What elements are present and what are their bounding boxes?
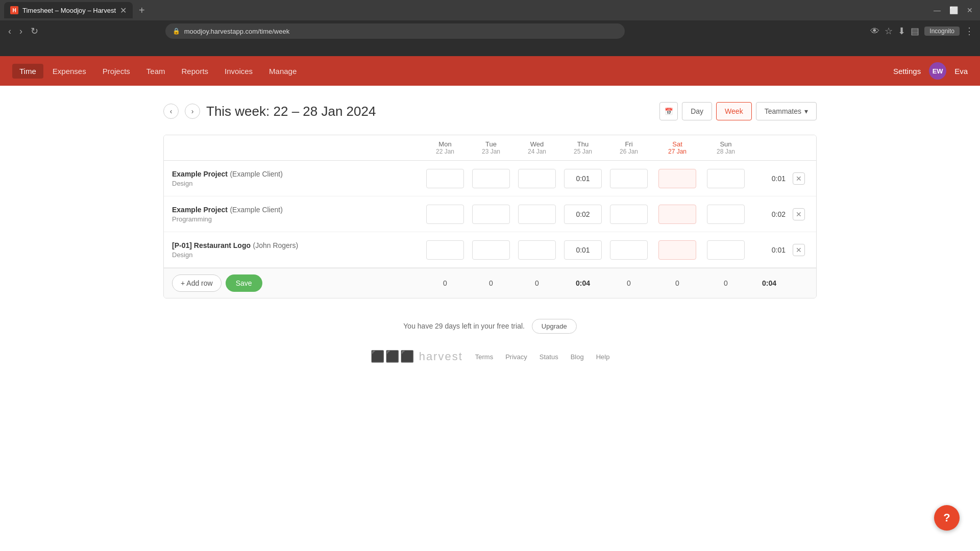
nav-item-reports[interactable]: Reports: [175, 64, 216, 79]
total-wed: 0: [514, 279, 560, 287]
footer-link-terms[interactable]: Terms: [475, 353, 493, 361]
actions-column-header: [790, 140, 808, 155]
time-input-row3-sun[interactable]: [707, 240, 745, 260]
delete-row-3-button[interactable]: ✕: [793, 244, 805, 256]
time-input-row1-tue[interactable]: [472, 169, 510, 188]
day-header-wed: Wed 24 Jan: [514, 140, 560, 155]
settings-link[interactable]: Settings: [893, 67, 921, 76]
time-input-row3-fri[interactable]: [610, 240, 648, 260]
star-icon[interactable]: ☆: [885, 26, 893, 37]
day-header-thu: Thu 25 Jan: [560, 140, 606, 155]
harvest-logo: ⬛⬛⬛ harvest: [371, 350, 463, 363]
time-input-row1-fri[interactable]: [610, 169, 648, 188]
footer-link-privacy[interactable]: Privacy: [505, 353, 527, 361]
time-input-row2-sat[interactable]: [658, 205, 696, 224]
footer-link-blog[interactable]: Blog: [571, 353, 584, 361]
trial-text: You have 29 days left in your free trial…: [403, 322, 525, 330]
row-1-thu: [560, 169, 606, 188]
teammates-button[interactable]: Teammates ▾: [756, 102, 817, 120]
footer-link-status[interactable]: Status: [540, 353, 558, 361]
close-window-button[interactable]: ✕: [964, 4, 976, 16]
forward-button[interactable]: ›: [17, 24, 24, 39]
nav-item-invoices[interactable]: Invoices: [217, 64, 260, 79]
time-input-row2-wed[interactable]: [518, 205, 556, 224]
eye-slash-icon[interactable]: 👁: [870, 26, 879, 37]
day-date-sun: 28 Jan: [703, 148, 749, 155]
grand-total: 0:04: [749, 279, 790, 287]
total-mon: 0: [422, 279, 468, 287]
user-name[interactable]: Eva: [954, 67, 968, 76]
sidebar-icon[interactable]: ▤: [911, 26, 919, 37]
download-icon[interactable]: ⬇: [898, 26, 905, 37]
time-input-row1-sat[interactable]: [658, 169, 696, 188]
row-2-thu: [560, 205, 606, 224]
time-input-row3-mon[interactable]: [426, 240, 464, 260]
week-view-button[interactable]: Week: [716, 102, 752, 120]
time-input-row2-mon[interactable]: [426, 205, 464, 224]
day-view-button[interactable]: Day: [682, 102, 712, 120]
new-tab-button[interactable]: +: [135, 5, 149, 16]
browser-tab-bar: H Timesheet – Moodjoy – Harvest ✕ + — ⬜ …: [0, 0, 980, 20]
day-date-thu: 25 Jan: [560, 148, 606, 155]
total-sat: 0: [652, 279, 703, 287]
delete-row-2-button[interactable]: ✕: [793, 208, 805, 220]
day-date-wed: 24 Jan: [514, 148, 560, 155]
address-bar[interactable]: 🔒 moodjoy.harvestapp.com/time/week: [165, 23, 625, 39]
prev-week-button[interactable]: ‹: [163, 104, 179, 119]
next-week-button[interactable]: ›: [185, 104, 200, 119]
time-input-row1-thu[interactable]: [564, 169, 602, 188]
refresh-button[interactable]: ↻: [29, 23, 40, 39]
nav-item-projects[interactable]: Projects: [95, 64, 137, 79]
browser-tab-active[interactable]: H Timesheet – Moodjoy – Harvest ✕: [4, 2, 133, 18]
row-1-tue: [468, 169, 514, 188]
tab-close-button[interactable]: ✕: [120, 6, 127, 15]
row-3-wed: [514, 240, 560, 260]
footer: ⬛⬛⬛ harvest Terms Privacy Status Blog He…: [163, 342, 817, 384]
time-input-row1-wed[interactable]: [518, 169, 556, 188]
nav-item-manage[interactable]: Manage: [262, 64, 304, 79]
time-input-row3-tue[interactable]: [472, 240, 510, 260]
day-name-wed: Wed: [514, 140, 560, 148]
minimize-button[interactable]: —: [931, 4, 943, 16]
table-row: Example Project (Example Client) Program…: [164, 196, 816, 232]
day-name-sat: Sat: [652, 140, 703, 148]
tab-favicon: H: [10, 6, 18, 14]
chevron-down-icon: ▾: [804, 107, 808, 115]
app: Time Expenses Projects Team Reports Invo…: [0, 56, 980, 551]
delete-row-1-button[interactable]: ✕: [793, 172, 805, 185]
upgrade-button[interactable]: Upgrade: [532, 319, 577, 334]
back-button[interactable]: ‹: [6, 24, 13, 39]
menu-icon[interactable]: ⋮: [965, 26, 974, 37]
time-input-row2-sun[interactable]: [707, 205, 745, 224]
time-input-row3-wed[interactable]: [518, 240, 556, 260]
row-2-total: 0:02: [749, 210, 790, 218]
nav-item-time[interactable]: Time: [12, 64, 43, 79]
row-3-project: [P-01] Restaurant Logo (John Rogers) Des…: [172, 241, 422, 259]
maximize-button[interactable]: ⬜: [947, 4, 960, 16]
day-name-mon: Mon: [422, 140, 468, 148]
week-controls: 📅 Day Week Teammates ▾: [659, 102, 817, 120]
time-input-row1-mon[interactable]: [426, 169, 464, 188]
time-input-row3-sat[interactable]: [658, 240, 696, 260]
save-button[interactable]: Save: [226, 274, 262, 292]
time-input-row1-sun[interactable]: [707, 169, 745, 188]
incognito-badge: Incognito: [924, 27, 960, 36]
day-header-tue: Tue 23 Jan: [468, 140, 514, 155]
row-3-total: 0:01: [749, 246, 790, 254]
time-input-row2-tue[interactable]: [472, 205, 510, 224]
user-avatar[interactable]: EW: [929, 62, 946, 80]
footer-link-help[interactable]: Help: [596, 353, 610, 361]
calendar-button[interactable]: 📅: [659, 102, 678, 120]
row-3-mon: [422, 240, 468, 260]
time-input-row2-thu[interactable]: [564, 205, 602, 224]
time-input-row2-fri[interactable]: [610, 205, 648, 224]
row-2-project-title: Example Project: [172, 206, 228, 214]
row-3-tue: [468, 240, 514, 260]
row-1-project: Example Project (Example Client) Design: [172, 169, 422, 187]
row-1-total: 0:01: [749, 174, 790, 183]
help-fab-button[interactable]: ?: [934, 505, 960, 531]
nav-item-expenses[interactable]: Expenses: [45, 64, 93, 79]
add-row-button[interactable]: + Add row: [172, 274, 222, 292]
nav-item-team[interactable]: Team: [139, 64, 173, 79]
time-input-row3-thu[interactable]: [564, 240, 602, 260]
